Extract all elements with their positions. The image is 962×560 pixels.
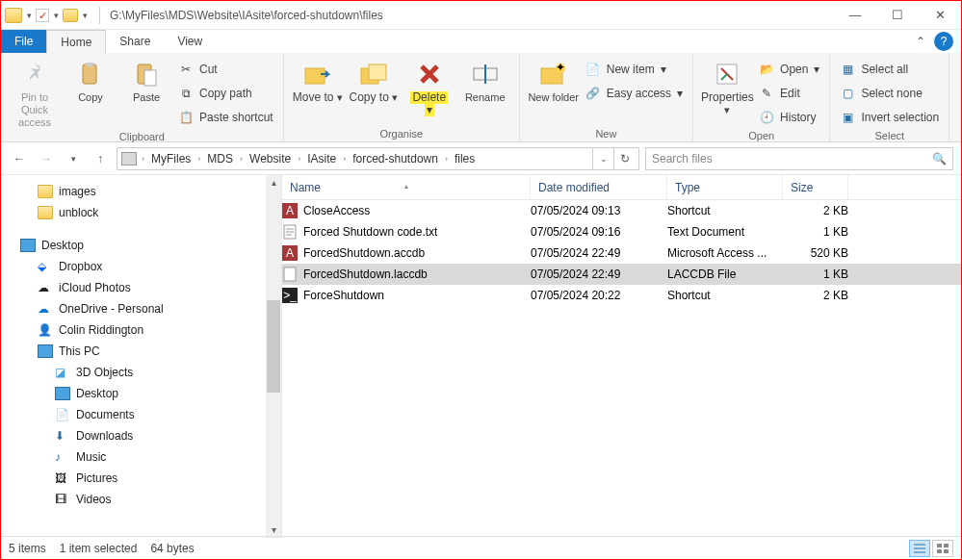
chevron-right-icon[interactable]: › [195, 154, 203, 164]
tab-home[interactable]: Home [46, 30, 106, 53]
breadcrumb-item[interactable]: MyFiles [149, 152, 193, 165]
tree-item-desktop2[interactable]: Desktop [1, 383, 281, 404]
copy-to-button[interactable]: Copy to ▾ [348, 57, 400, 104]
tree-item-pictures[interactable]: 🖼Pictures [1, 468, 281, 489]
svg-rect-18 [284, 267, 296, 281]
tree-item-onedrive[interactable]: ☁OneDrive - Personal [1, 298, 281, 319]
qat-customize-dropdown[interactable]: ▾ [80, 11, 90, 20]
qat-checkbox-icon[interactable]: ✓ [36, 9, 49, 22]
tree-item-dropbox[interactable]: ⬙Dropbox [1, 256, 281, 277]
breadcrumb-item[interactable]: IAsite [305, 152, 338, 165]
collapse-ribbon-button[interactable]: ⌃ [907, 30, 934, 53]
chevron-right-icon[interactable]: › [442, 154, 451, 164]
group-clipboard: Pin to Quick access Copy Paste ✂Cut ⧉Cop… [1, 53, 284, 141]
move-to-button[interactable]: Move to ▾ [292, 57, 344, 104]
tab-share[interactable]: Share [106, 30, 164, 53]
rename-button[interactable]: Rename [459, 57, 511, 104]
paste-shortcut-icon: 📋 [178, 110, 194, 125]
select-all-button[interactable]: ▦Select all [838, 59, 941, 80]
tab-file[interactable]: File [1, 30, 46, 53]
column-header-name[interactable]: ▴Name [282, 175, 531, 199]
file-icon [282, 267, 298, 282]
properties-icon [712, 59, 742, 89]
chevron-right-icon[interactable]: › [340, 154, 349, 164]
qat-app-dropdown[interactable]: ▾ [24, 11, 34, 20]
file-row[interactable]: ACloseAccess07/05/2024 09:13Shortcut2 KB [282, 200, 961, 221]
paste-button[interactable]: Paste [120, 57, 172, 104]
qat-properties-dropdown[interactable]: ▾ [51, 11, 61, 20]
invert-selection-button[interactable]: ▣Invert selection [838, 107, 941, 128]
column-header-size[interactable]: Size [783, 175, 848, 199]
history-button[interactable]: 🕘History [757, 107, 821, 128]
copy-path-icon: ⧉ [178, 86, 194, 101]
properties-button[interactable]: Properties ▾ [701, 57, 753, 116]
cut-button[interactable]: ✂Cut [176, 59, 275, 80]
large-icons-view-button[interactable] [932, 540, 953, 557]
file-list-pane[interactable]: ▴Name Date modified Type Size ACloseAcce… [282, 175, 961, 538]
column-header-date[interactable]: Date modified [531, 175, 667, 199]
maximize-button[interactable]: ☐ [876, 1, 919, 30]
forward-button[interactable]: → [36, 148, 57, 169]
chevron-right-icon[interactable]: › [139, 154, 147, 164]
file-size: 2 KB [783, 204, 848, 217]
scroll-thumb[interactable] [267, 300, 280, 393]
column-headers: ▴Name Date modified Type Size [282, 175, 961, 200]
navigation-pane[interactable]: images unblock Desktop ⬙Dropbox ☁iCloud … [1, 175, 282, 538]
history-icon: 🕘 [759, 110, 774, 125]
svg-text:A: A [286, 204, 294, 217]
open-button[interactable]: 📂Open ▾ [757, 59, 821, 80]
tree-item-images[interactable]: images [1, 181, 281, 202]
copy-button[interactable]: Copy [65, 57, 117, 104]
tree-item-thispc[interactable]: This PC [1, 341, 281, 362]
breadcrumb-item[interactable]: Website [247, 152, 293, 165]
easy-access-button[interactable]: 🔗Easy access ▾ [584, 83, 685, 104]
details-view-button[interactable] [909, 540, 930, 557]
3d-icon: ◪ [55, 366, 70, 379]
svg-rect-23 [937, 549, 942, 553]
minimize-button[interactable]: — [834, 1, 876, 30]
address-dropdown-button[interactable]: ⌄ [592, 148, 613, 169]
column-header-type[interactable]: Type [667, 175, 783, 199]
up-button[interactable]: ↑ [90, 148, 111, 169]
file-row[interactable]: >_ForceShutdown07/05/2024 20:22Shortcut2… [282, 285, 961, 306]
tree-item-user[interactable]: 👤Colin Riddington [1, 319, 281, 341]
paste-shortcut-button[interactable]: 📋Paste shortcut [176, 107, 275, 128]
chevron-right-icon[interactable]: › [295, 154, 303, 164]
tree-item-unblock[interactable]: unblock [1, 202, 281, 223]
tree-item-desktop[interactable]: Desktop [1, 235, 281, 256]
file-row[interactable]: Forced Shutdown code.txt07/05/2024 09:16… [282, 221, 961, 242]
pictures-icon: 🖼 [55, 471, 70, 485]
recent-locations-button[interactable]: ▾ [63, 148, 84, 169]
tree-item-documents[interactable]: 📄Documents [1, 404, 281, 425]
dropbox-icon: ⬙ [38, 260, 53, 273]
delete-button[interactable]: Delete▾ [403, 57, 455, 116]
file-row[interactable]: AForcedShutdown.accdb07/05/2024 22:49Mic… [282, 242, 961, 264]
chevron-right-icon[interactable]: › [237, 154, 246, 164]
breadcrumb-item[interactable]: forced-shutdown [351, 152, 440, 165]
tab-view[interactable]: View [164, 30, 216, 53]
new-item-button[interactable]: 📄New item ▾ [584, 59, 685, 80]
back-button[interactable]: ← [9, 148, 30, 169]
copy-path-button[interactable]: ⧉Copy path [176, 83, 275, 104]
edit-button[interactable]: ✎Edit [757, 83, 821, 104]
tree-item-music[interactable]: ♪Music [1, 446, 281, 468]
tree-item-downloads[interactable]: ⬇Downloads [1, 425, 281, 446]
close-button[interactable]: ✕ [919, 1, 961, 30]
pin-to-quick-access-button[interactable]: Pin to Quick access [9, 57, 61, 129]
search-input[interactable]: Search files 🔍 [645, 147, 953, 170]
tree-item-videos[interactable]: 🎞Videos [1, 489, 281, 510]
breadcrumb-item[interactable]: MDS [205, 152, 235, 165]
qat-new-folder-icon[interactable] [63, 9, 78, 22]
refresh-button[interactable]: ↻ [613, 148, 635, 169]
new-folder-button[interactable]: ✦ New folder [528, 57, 580, 104]
tree-item-3d-objects[interactable]: ◪3D Objects [1, 362, 281, 383]
help-button[interactable]: ? [934, 32, 953, 51]
breadcrumb-item[interactable]: files [453, 152, 477, 165]
address-bar[interactable]: › MyFiles› MDS› Website› IAsite› forced-… [117, 147, 639, 170]
select-none-button[interactable]: ▢Select none [838, 83, 941, 104]
status-selected-count: 1 item selected [60, 542, 138, 555]
file-row[interactable]: ForcedShutdown.laccdb07/05/2024 22:49LAC… [282, 264, 961, 285]
tree-item-icloud[interactable]: ☁iCloud Photos [1, 277, 281, 298]
file-name: ForcedShutdown.laccdb [303, 267, 428, 281]
scroll-up-button[interactable]: ▴ [266, 175, 281, 191]
